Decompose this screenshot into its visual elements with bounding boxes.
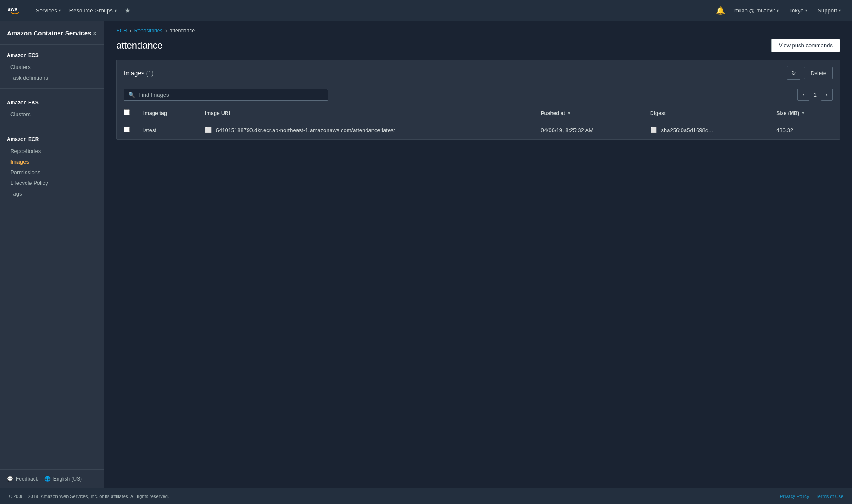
sidebar-item-repositories[interactable]: Repositories [0, 146, 104, 156]
col-pushed-at: Pushed at ▼ [534, 105, 643, 121]
delete-button[interactable]: Delete [804, 67, 833, 79]
resource-groups-chevron-icon: ▾ [115, 8, 117, 13]
breadcrumb-repositories[interactable]: Repositories [134, 28, 163, 34]
nav-resource-groups[interactable]: Resource Groups ▾ [65, 5, 121, 16]
col-digest: Digest [643, 105, 769, 121]
sidebar-item-clusters-ecs[interactable]: Clusters [0, 62, 104, 72]
row-digest: ⬜ sha256:0a5d1698d... [643, 121, 769, 139]
images-panel-title-area: Images (1) [124, 69, 153, 77]
sidebar-item-images[interactable]: Images [0, 156, 104, 167]
sidebar-bottom: 💬 Feedback 🌐 English (US) [0, 469, 104, 488]
page-header: attendance View push commands [104, 35, 852, 60]
images-count: (1) [146, 70, 153, 77]
top-navigation: aws Services ▾ Resource Groups ▾ ★ 🔔 mil… [0, 0, 852, 21]
row-checkbox-cell [117, 121, 136, 139]
ecr-section-title: Amazon ECR [0, 135, 104, 146]
row-size: 436.32 [769, 121, 840, 139]
col-size: Size (MB) ▼ [769, 105, 840, 121]
feedback-button[interactable]: 💬 Feedback [7, 476, 38, 482]
services-chevron-icon: ▾ [59, 8, 61, 13]
col-image-tag: Image tag [136, 105, 198, 121]
copy-digest-icon[interactable]: ⬜ [650, 127, 657, 133]
sidebar-ecr-section: Amazon ECR Repositories Images Permissio… [0, 129, 104, 201]
sidebar-ecs-section: Amazon ECS Clusters Task definitions [0, 45, 104, 85]
sidebar-header: Amazon Container Services × [0, 21, 104, 45]
breadcrumb-sep-2: › [165, 27, 167, 34]
language-label: English (US) [53, 476, 82, 482]
nav-support[interactable]: Support ▾ [813, 5, 845, 16]
sidebar-close-button[interactable]: × [92, 29, 98, 38]
aws-logo[interactable]: aws [7, 5, 23, 17]
user-chevron-icon: ▾ [777, 8, 779, 13]
terms-of-use-link[interactable]: Terms of Use [816, 494, 843, 499]
svg-text:aws: aws [8, 6, 17, 12]
region-chevron-icon: ▾ [805, 8, 807, 13]
images-panel-header: Images (1) ↻ Delete [117, 60, 840, 84]
find-images-input[interactable] [138, 92, 323, 98]
sidebar-item-permissions[interactable]: Permissions [0, 167, 104, 178]
feedback-label: Feedback [16, 476, 38, 482]
refresh-button[interactable]: ↻ [787, 66, 800, 80]
ecs-section-title: Amazon ECS [0, 51, 104, 62]
images-table-body: latest ⬜ 641015188790.dkr.ecr.ap-northea… [117, 121, 840, 139]
main-layout: Amazon Container Services × Amazon ECS C… [0, 21, 852, 488]
sidebar-item-lifecycle-policy[interactable]: Lifecycle Policy [0, 178, 104, 188]
col-image-uri: Image URI [198, 105, 534, 121]
footer: © 2008 - 2019, Amazon Web Services, Inc.… [0, 488, 852, 504]
table-row: latest ⬜ 641015188790.dkr.ecr.ap-northea… [117, 121, 840, 139]
sidebar-title: Amazon Container Services [7, 29, 91, 37]
refresh-icon: ↻ [791, 69, 796, 76]
sidebar-eks-section: Amazon EKS Clusters [0, 92, 104, 121]
favorites-icon[interactable]: ★ [121, 4, 134, 17]
copy-uri-icon[interactable]: ⬜ [205, 127, 212, 133]
sidebar-divider-1 [0, 88, 104, 89]
footer-links: Privacy Policy Terms of Use [780, 494, 843, 499]
globe-icon: 🌐 [44, 476, 51, 482]
pushed-at-sort-icon: ▼ [567, 111, 571, 115]
sidebar: Amazon Container Services × Amazon ECS C… [0, 21, 104, 488]
row-checkbox[interactable] [124, 127, 130, 132]
row-pushed-at: 04/06/19, 8:25:32 AM [534, 121, 643, 139]
row-image-tag: latest [136, 121, 198, 139]
search-input-wrap: 🔍 [124, 89, 328, 101]
page-title: attendance [116, 40, 163, 51]
main-content: ECR › Repositories › attendance attendan… [104, 21, 852, 488]
sidebar-item-clusters-eks[interactable]: Clusters [0, 109, 104, 120]
panel-actions: ↻ Delete [787, 66, 833, 80]
privacy-policy-link[interactable]: Privacy Policy [780, 494, 809, 499]
table-header: Image tag Image URI Pushed at ▼ [117, 105, 840, 121]
prev-page-button[interactable]: ‹ [797, 89, 809, 101]
breadcrumb-sep-1: › [130, 27, 131, 34]
sidebar-divider-2 [0, 125, 104, 125]
feedback-icon: 💬 [7, 476, 13, 482]
images-panel: Images (1) ↻ Delete 🔍 ‹ 1 [116, 60, 840, 140]
row-image-uri: ⬜ 641015188790.dkr.ecr.ap-northeast-1.am… [198, 121, 534, 139]
select-all-header [117, 105, 136, 121]
page-number: 1 [812, 92, 818, 98]
search-bar-row: 🔍 ‹ 1 › [117, 84, 840, 105]
pagination-controls: ‹ 1 › [797, 89, 833, 101]
sidebar-item-tags[interactable]: Tags [0, 188, 104, 199]
next-page-button[interactable]: › [821, 89, 833, 101]
notifications-icon[interactable]: 🔔 [712, 4, 728, 17]
nav-region[interactable]: Tokyo ▾ [785, 5, 812, 16]
nav-services[interactable]: Services ▾ [32, 5, 65, 16]
view-push-commands-button[interactable]: View push commands [771, 39, 840, 52]
images-table: Image tag Image URI Pushed at ▼ [117, 105, 840, 139]
size-sort-icon: ▼ [801, 111, 805, 115]
images-panel-title: Images [124, 69, 144, 77]
footer-copyright: © 2008 - 2019, Amazon Web Services, Inc.… [9, 494, 169, 499]
sidebar-item-task-definitions[interactable]: Task definitions [0, 72, 104, 83]
eks-section-title: Amazon EKS [0, 98, 104, 109]
search-icon: 🔍 [128, 92, 135, 98]
select-all-checkbox[interactable] [124, 109, 130, 115]
language-selector[interactable]: 🌐 English (US) [44, 476, 82, 482]
breadcrumb-ecr[interactable]: ECR [116, 28, 127, 34]
nav-right: 🔔 milan @ milanvit ▾ Tokyo ▾ Support ▾ [712, 4, 845, 17]
nav-user[interactable]: milan @ milanvit ▾ [730, 5, 783, 16]
support-chevron-icon: ▾ [839, 8, 841, 13]
breadcrumb-current: attendance [170, 28, 195, 34]
breadcrumb: ECR › Repositories › attendance [104, 21, 852, 35]
